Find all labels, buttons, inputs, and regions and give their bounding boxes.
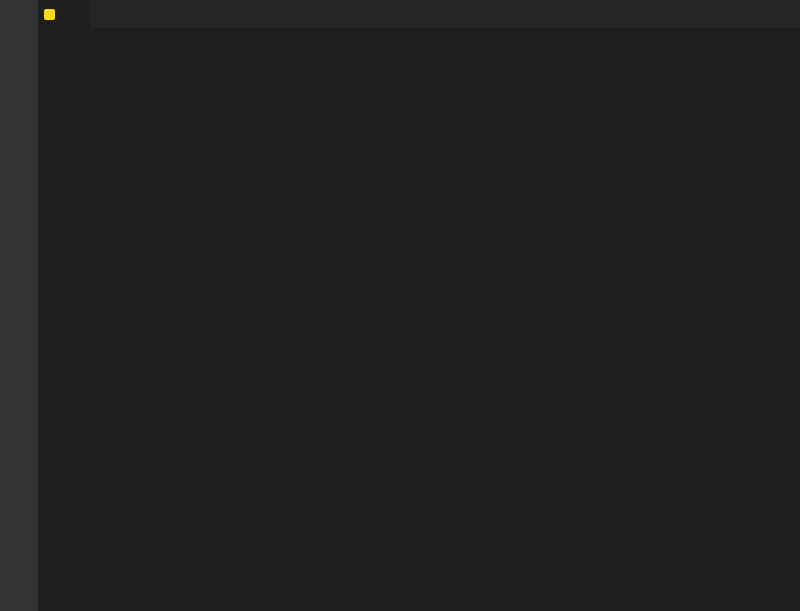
editor-actions: [791, 0, 800, 28]
javascript-file-icon: [44, 9, 55, 20]
activity-bar: [0, 0, 38, 611]
vscode-window: [0, 0, 800, 611]
editor-group: [38, 0, 800, 611]
tab-bar: [38, 0, 800, 28]
tab-test-js[interactable]: [38, 0, 90, 28]
activity-bar-top: [0, 0, 38, 3]
code-editor[interactable]: [38, 28, 800, 611]
